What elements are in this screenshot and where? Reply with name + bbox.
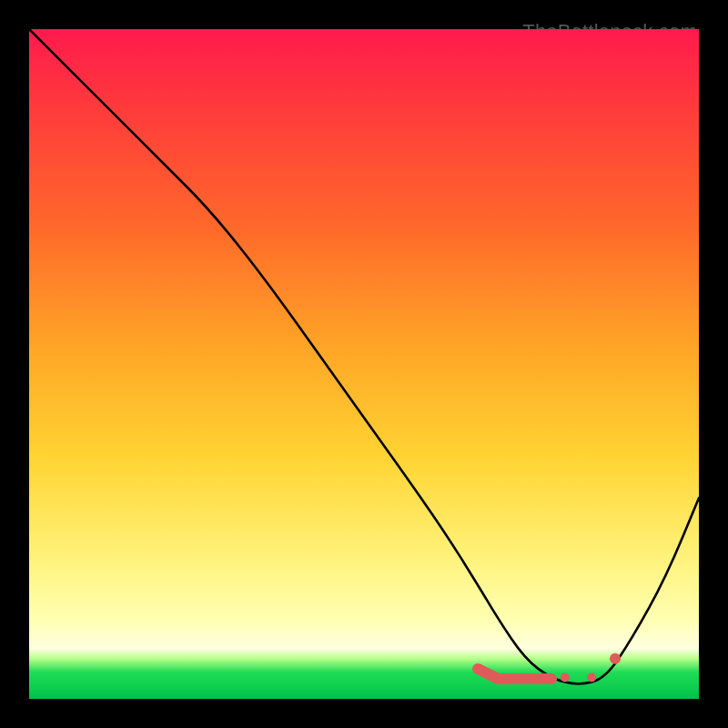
chart-frame: TheBottleneck.com	[20, 20, 708, 708]
marker-dot	[561, 672, 570, 682]
marker-dot	[610, 653, 621, 664]
chart-svg	[29, 29, 699, 699]
marker-dot	[587, 672, 596, 682]
chart-plot-area	[29, 29, 699, 699]
bottleneck-curve	[29, 29, 699, 683]
